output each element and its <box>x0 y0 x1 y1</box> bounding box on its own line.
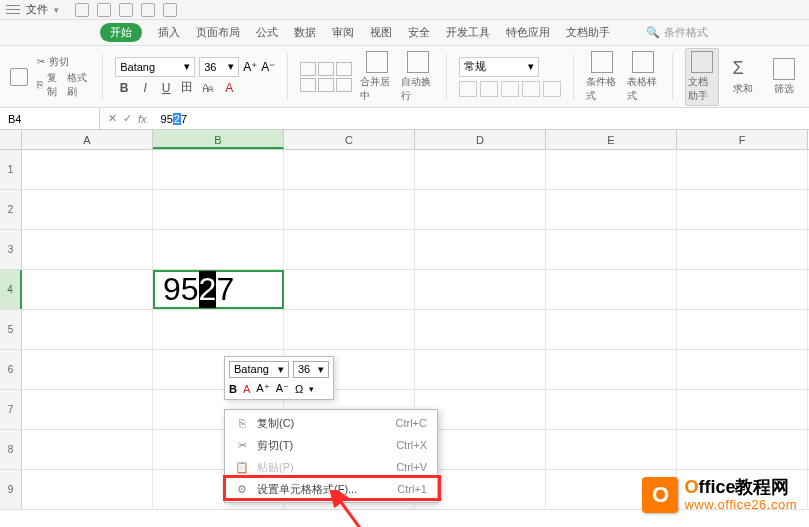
cell-F5[interactable] <box>677 310 808 349</box>
currency-icon[interactable] <box>459 81 477 97</box>
tab-home[interactable]: 开始 <box>100 23 142 42</box>
row-header-9[interactable]: 9 <box>0 470 22 509</box>
cell-F3[interactable] <box>677 230 808 269</box>
cell-E3[interactable] <box>546 230 677 269</box>
merge-center-button[interactable]: 合并居中 <box>360 51 393 103</box>
bold-button[interactable]: B <box>115 79 133 97</box>
table-style-button[interactable]: 表格样式 <box>627 51 660 103</box>
cell-E7[interactable] <box>546 390 677 429</box>
row-header-5[interactable]: 5 <box>0 310 22 349</box>
mini-increase-font[interactable]: A⁺ <box>256 382 269 395</box>
row-header-4[interactable]: 4 <box>0 270 22 309</box>
align-bottom-left[interactable] <box>300 78 316 92</box>
underline-button[interactable]: U <box>157 79 175 97</box>
file-menu[interactable]: 文件 <box>26 2 48 17</box>
percent-icon[interactable] <box>480 81 498 97</box>
row-header-1[interactable]: 1 <box>0 150 22 189</box>
cut-button[interactable]: 剪切 <box>49 55 69 69</box>
cell-A8[interactable] <box>22 430 153 469</box>
cell-E2[interactable] <box>546 190 677 229</box>
mini-decrease-font[interactable]: A⁻ <box>276 382 289 395</box>
qat-undo-icon[interactable] <box>97 3 111 17</box>
tab-data[interactable]: 数据 <box>294 23 316 42</box>
comma-icon[interactable] <box>501 81 519 97</box>
select-all-corner[interactable] <box>0 130 22 149</box>
tab-special[interactable]: 特色应用 <box>506 23 550 42</box>
name-box[interactable]: B4 <box>0 108 100 129</box>
tab-page-layout[interactable]: 页面布局 <box>196 23 240 42</box>
font-name-combo[interactable]: Batang▾ <box>115 57 195 77</box>
doc-helper-button[interactable]: 文档助手 <box>685 48 719 106</box>
col-D[interactable]: D <box>415 130 546 149</box>
wrap-text-button[interactable]: 自动换行 <box>401 51 434 103</box>
border-button[interactable]: 田 <box>178 79 196 97</box>
col-C[interactable]: C <box>284 130 415 149</box>
qat-save-icon[interactable] <box>75 3 89 17</box>
cell-D4[interactable] <box>415 270 546 309</box>
italic-button[interactable]: I <box>136 79 154 97</box>
align-top-center[interactable] <box>318 62 334 76</box>
cell-A4[interactable] <box>22 270 153 309</box>
cell-B1[interactable] <box>153 150 284 189</box>
format-painter-button[interactable]: 格式刷 <box>67 71 90 99</box>
mini-font-name[interactable]: Batang▾ <box>229 361 289 378</box>
cell-C5[interactable] <box>284 310 415 349</box>
file-dropdown-icon[interactable]: ▾ <box>54 5 59 15</box>
cell-B3[interactable] <box>153 230 284 269</box>
ctx-item-3[interactable]: ⚙设置单元格格式(F)...Ctrl+1 <box>225 478 437 500</box>
mini-font-size[interactable]: 36▾ <box>293 361 329 378</box>
tab-doc-helper[interactable]: 文档助手 <box>566 23 610 42</box>
app-menu-icon[interactable] <box>6 4 20 16</box>
cell-B4[interactable]: 9527 <box>153 270 284 309</box>
cell-A2[interactable] <box>22 190 153 229</box>
cell-A9[interactable] <box>22 470 153 509</box>
cell-A7[interactable] <box>22 390 153 429</box>
tab-view[interactable]: 视图 <box>370 23 392 42</box>
cell-F6[interactable] <box>677 350 808 389</box>
col-E[interactable]: E <box>546 130 677 149</box>
inc-decimal-icon[interactable] <box>522 81 540 97</box>
font-color-button[interactable]: A <box>220 79 238 97</box>
qat-preview-icon[interactable] <box>163 3 177 17</box>
cell-F1[interactable] <box>677 150 808 189</box>
mini-font-color[interactable]: A <box>243 383 250 395</box>
ribbon-search[interactable]: 🔍 条件格式 <box>646 25 708 40</box>
increase-font-icon[interactable]: A⁺ <box>243 60 257 74</box>
dec-decimal-icon[interactable] <box>543 81 561 97</box>
cancel-icon[interactable]: ✕ <box>108 112 117 125</box>
tab-insert[interactable]: 插入 <box>158 23 180 42</box>
cell-E8[interactable] <box>546 430 677 469</box>
cell-E4[interactable] <box>546 270 677 309</box>
cell-D2[interactable] <box>415 190 546 229</box>
col-F[interactable]: F <box>677 130 808 149</box>
cell-A5[interactable] <box>22 310 153 349</box>
cell-C4[interactable] <box>284 270 415 309</box>
col-B[interactable]: B <box>153 130 284 149</box>
cell-B5[interactable] <box>153 310 284 349</box>
cell-E6[interactable] <box>546 350 677 389</box>
cell-D6[interactable] <box>415 350 546 389</box>
align-top-right[interactable] <box>336 62 352 76</box>
align-top-left[interactable] <box>300 62 316 76</box>
cell-D3[interactable] <box>415 230 546 269</box>
mini-symbol[interactable]: Ω <box>295 383 303 395</box>
qat-print-icon[interactable] <box>141 3 155 17</box>
tab-formula[interactable]: 公式 <box>256 23 278 42</box>
sum-button[interactable]: Σ求和 <box>727 58 760 96</box>
col-A[interactable]: A <box>22 130 153 149</box>
ctx-item-1[interactable]: ✂剪切(T)Ctrl+X <box>225 434 437 456</box>
tab-security[interactable]: 安全 <box>408 23 430 42</box>
cell-A1[interactable] <box>22 150 153 189</box>
fx-icon[interactable]: fx <box>138 113 147 125</box>
formula-input[interactable]: 9527 <box>155 113 194 125</box>
row-header-8[interactable]: 8 <box>0 430 22 469</box>
row-header-7[interactable]: 7 <box>0 390 22 429</box>
paste-button[interactable] <box>8 52 29 102</box>
cell-F4[interactable] <box>677 270 808 309</box>
conditional-format-button[interactable]: 条件格式 <box>586 51 619 103</box>
filter-button[interactable]: 筛选 <box>768 58 801 96</box>
cell-A6[interactable] <box>22 350 153 389</box>
font-size-combo[interactable]: 36▾ <box>199 57 239 77</box>
copy-button[interactable]: 复制 <box>47 71 63 99</box>
confirm-icon[interactable]: ✓ <box>123 112 132 125</box>
